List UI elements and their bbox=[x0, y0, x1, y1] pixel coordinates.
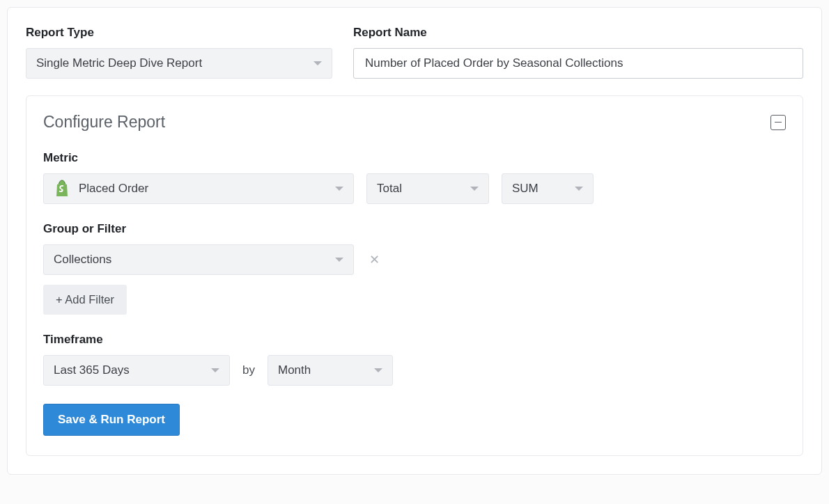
chevron-down-icon bbox=[575, 187, 583, 191]
chevron-down-icon bbox=[470, 187, 479, 191]
metric-value: Placed Order bbox=[79, 182, 148, 196]
metric-select[interactable]: Placed Order bbox=[43, 173, 354, 204]
shopify-bag-icon bbox=[54, 180, 70, 198]
collapse-toggle[interactable] bbox=[770, 115, 786, 130]
configure-report-panel: Configure Report Metric Placed Order bbox=[26, 95, 803, 456]
by-label: by bbox=[242, 363, 255, 377]
configure-title: Configure Report bbox=[43, 113, 165, 132]
minus-icon bbox=[775, 122, 782, 123]
chevron-down-icon bbox=[335, 258, 343, 262]
top-row: Report Type Single Metric Deep Dive Repo… bbox=[26, 26, 803, 79]
chevron-down-icon bbox=[211, 368, 219, 372]
report-builder-card: Report Type Single Metric Deep Dive Repo… bbox=[7, 7, 822, 475]
group-filter-select[interactable]: Collections bbox=[43, 244, 354, 275]
report-name-input[interactable] bbox=[353, 48, 803, 79]
report-type-label: Report Type bbox=[26, 26, 332, 40]
report-type-select[interactable]: Single Metric Deep Dive Report bbox=[26, 48, 332, 79]
timeframe-bucket-select[interactable]: Month bbox=[268, 355, 393, 386]
group-filter-value: Collections bbox=[54, 253, 111, 267]
timeframe-range-select[interactable]: Last 365 Days bbox=[43, 355, 230, 386]
chevron-down-icon bbox=[335, 187, 343, 191]
report-name-label: Report Name bbox=[353, 26, 803, 40]
metric-aggregation-select[interactable]: SUM bbox=[502, 173, 594, 204]
save-run-button[interactable]: Save & Run Report bbox=[43, 404, 180, 436]
timeframe-label: Timeframe bbox=[43, 333, 786, 347]
add-filter-button[interactable]: + Add Filter bbox=[43, 285, 127, 315]
metric-scope-select[interactable]: Total bbox=[366, 173, 489, 204]
chevron-down-icon bbox=[313, 61, 322, 65]
metric-aggregation-value: SUM bbox=[512, 182, 539, 196]
metric-scope-value: Total bbox=[377, 182, 402, 196]
timeframe-bucket-value: Month bbox=[278, 363, 311, 377]
remove-filter-button[interactable]: ✕ bbox=[366, 251, 382, 269]
chevron-down-icon bbox=[374, 368, 382, 372]
report-type-value: Single Metric Deep Dive Report bbox=[36, 56, 202, 70]
metric-label: Metric bbox=[43, 151, 786, 165]
timeframe-range-value: Last 365 Days bbox=[54, 363, 130, 377]
group-filter-label: Group or Filter bbox=[43, 222, 786, 236]
